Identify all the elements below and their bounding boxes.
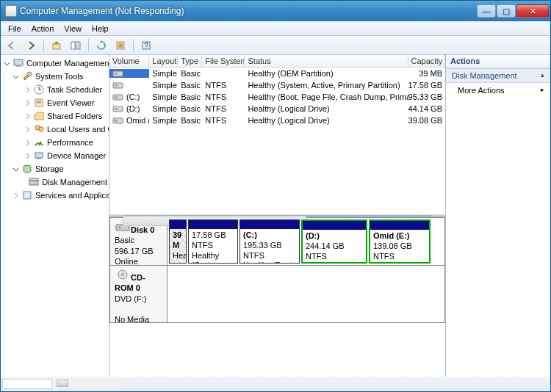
horizontal-scrollbar[interactable]	[109, 214, 445, 215]
expand-icon[interactable]	[24, 153, 31, 159]
expand-icon[interactable]	[24, 87, 31, 93]
svg-point-38	[118, 226, 121, 229]
expand-icon[interactable]	[12, 192, 19, 199]
volume-row[interactable]: SimpleBasicHealthy (OEM Partition)39 MB	[109, 68, 445, 79]
svg-rect-22	[37, 158, 41, 159]
tree-item[interactable]: Local Users and Groups	[1, 123, 109, 136]
settings-button[interactable]	[112, 37, 129, 54]
up-button[interactable]	[48, 37, 65, 54]
tree-item[interactable]: Device Manager	[1, 149, 109, 162]
window-controls: — ▢ ✕	[477, 4, 549, 18]
column-header[interactable]: Capacity	[408, 55, 445, 67]
partition[interactable]: (C:)195.33 GB NTFSHealthy (Boot, Page	[240, 219, 300, 264]
drive-icon	[112, 81, 124, 90]
column-header[interactable]: File System	[202, 55, 245, 67]
svg-point-19	[39, 127, 43, 131]
menu-bar: File Action View Help	[1, 21, 550, 36]
svg-rect-24	[29, 181, 38, 185]
disk-row: CD-ROM 0DVD (F:)No Media	[109, 266, 445, 323]
cdrom-icon	[115, 269, 131, 280]
actions-more-actions[interactable]: More Actions	[446, 83, 550, 98]
column-header[interactable]: Type	[178, 55, 202, 67]
services-icon	[21, 189, 33, 201]
volume-row[interactable]: Omid (E:)SimpleBasicNTFSHealthy (Logical…	[109, 115, 445, 126]
volume-list[interactable]: SimpleBasicHealthy (OEM Partition)39 MBS…	[109, 68, 445, 214]
forward-button[interactable]	[23, 37, 39, 54]
titlebar: Computer Management (Not Responding) — ▢…	[1, 1, 550, 21]
menu-action[interactable]: Action	[27, 23, 59, 35]
svg-rect-30	[115, 84, 118, 87]
volume-row[interactable]: (C:)SimpleBasicNTFSHealthy (Boot, Page F…	[109, 91, 445, 103]
maximize-button[interactable]: ▢	[497, 4, 516, 18]
app-icon	[5, 5, 17, 17]
svg-rect-25	[29, 178, 38, 181]
menu-view[interactable]: View	[60, 23, 86, 35]
svg-rect-26	[24, 192, 31, 199]
tools-icon	[21, 70, 33, 82]
drive-icon	[112, 92, 124, 101]
volume-row[interactable]: (D:)SimpleBasicNTFSHealthy (Logical Driv…	[109, 103, 445, 115]
svg-rect-1	[71, 42, 75, 49]
partition[interactable]: 17.58 GB NTFSHealthy (System	[188, 219, 238, 264]
refresh-button[interactable]	[93, 37, 109, 54]
volume-row[interactable]: SimpleBasicNTFSHealthy (System, Active, …	[109, 79, 445, 91]
collapse-icon[interactable]	[12, 166, 19, 173]
svg-text:?: ?	[144, 41, 148, 50]
tree-disk-management[interactable]: Disk Management	[1, 175, 109, 189]
partition[interactable]: (D:)244.14 GB NTFSHealthy (Logical Dr	[301, 219, 367, 264]
partition[interactable]: 39 MHea	[169, 219, 187, 264]
tree-item[interactable]: Performance	[1, 136, 109, 149]
menu-help[interactable]: Help	[87, 23, 113, 35]
tree-item[interactable]: Task Scheduler	[1, 83, 109, 96]
drive-icon	[112, 69, 124, 78]
column-header[interactable]: Volume	[109, 55, 149, 67]
tree-item[interactable]: Shared Folders	[1, 109, 109, 123]
toolbar: ?	[1, 36, 550, 55]
partition[interactable]: Omid (E:)139.08 GB NTFSHealthy (Logical …	[369, 219, 431, 264]
column-header[interactable]: Status	[245, 55, 408, 67]
svg-rect-31	[113, 95, 123, 100]
tree-system-tools[interactable]: System Tools	[1, 70, 109, 83]
svg-point-11	[27, 72, 32, 76]
svg-rect-10	[16, 65, 21, 67]
svg-rect-32	[115, 96, 118, 98]
svg-rect-0	[53, 44, 60, 49]
expand-icon[interactable]	[24, 113, 31, 120]
svg-rect-34	[115, 108, 118, 110]
tree-root[interactable]: Computer Management (Local	[1, 57, 109, 70]
show-hide-tree-button[interactable]	[68, 37, 84, 54]
tree-item[interactable]: Event Viewer	[1, 96, 109, 109]
drive-icon	[112, 104, 124, 113]
expand-icon[interactable]	[24, 100, 31, 106]
tree-item-icon	[33, 150, 45, 161]
collapse-icon[interactable]	[12, 73, 19, 80]
close-button[interactable]: ✕	[516, 4, 549, 18]
svg-rect-36	[115, 120, 118, 122]
tree-storage[interactable]: Storage	[1, 162, 109, 175]
menu-file[interactable]: File	[4, 23, 26, 35]
svg-rect-2	[76, 42, 80, 49]
column-header[interactable]: Layout	[149, 55, 178, 67]
expand-icon[interactable]	[24, 126, 31, 133]
disk-mgmt-icon	[28, 176, 40, 188]
actions-section-disk-mgmt[interactable]: Disk Management	[446, 68, 550, 83]
drive-icon	[112, 116, 124, 125]
disk-info[interactable]: CD-ROM 0DVD (F:)No Media	[110, 266, 168, 322]
minimize-button[interactable]: —	[477, 4, 496, 18]
storage-icon	[21, 163, 33, 175]
tree-services-apps[interactable]: Services and Applications	[1, 189, 109, 202]
svg-rect-35	[113, 118, 123, 123]
back-button[interactable]	[4, 37, 20, 54]
svg-rect-9	[14, 59, 23, 65]
collapse-icon[interactable]	[4, 60, 10, 67]
tree-item-icon	[33, 84, 45, 95]
disk-map-pane: Disk 0Basic596.17 GBOnline39 MHea17.58 G…	[109, 215, 445, 392]
expand-icon[interactable]	[24, 139, 31, 146]
nav-tree[interactable]: Computer Management (Local System Tools …	[1, 55, 109, 377]
help-button[interactable]: ?	[138, 37, 154, 54]
svg-rect-29	[113, 83, 123, 88]
window-title: Computer Management (Not Responding)	[20, 6, 477, 16]
svg-rect-33	[113, 106, 123, 112]
svg-rect-21	[35, 153, 43, 158]
svg-point-40	[122, 274, 124, 276]
